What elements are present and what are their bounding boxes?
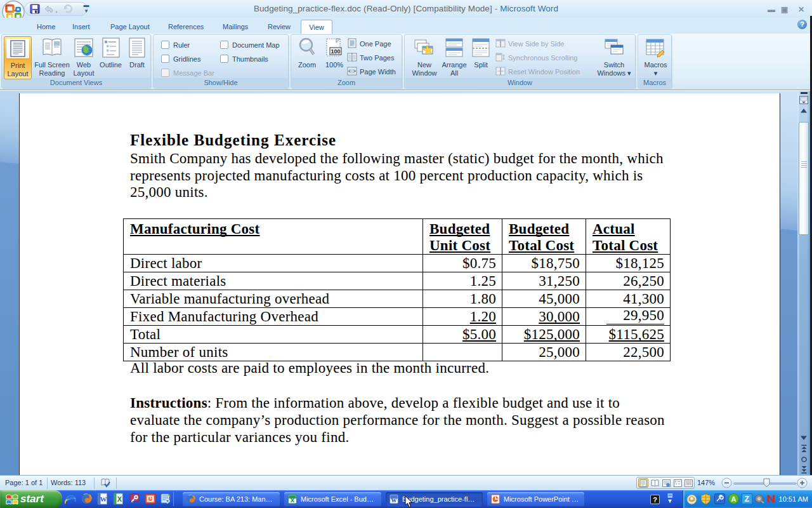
svg-text:X: X xyxy=(291,497,294,504)
svg-text:A: A xyxy=(731,495,737,503)
svg-text:100: 100 xyxy=(331,48,340,55)
svg-text:Z: Z xyxy=(745,495,749,504)
svg-text:W: W xyxy=(100,495,107,503)
svg-text:W: W xyxy=(391,497,397,504)
svg-text:X: X xyxy=(117,495,122,503)
